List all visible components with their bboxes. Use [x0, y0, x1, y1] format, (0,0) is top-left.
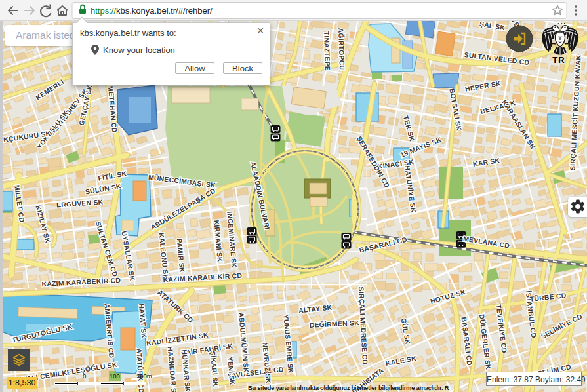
svg-text:AĞIRTOPCU: AĞIRTOPCU [337, 28, 346, 70]
svg-text:TINAZTEPE: TINAZTEPE [323, 31, 332, 71]
svg-text:https://kbs.konya.bel.tr/#/reh: https://kbs.konya.bel.tr/#/rehber/ [91, 6, 213, 16]
